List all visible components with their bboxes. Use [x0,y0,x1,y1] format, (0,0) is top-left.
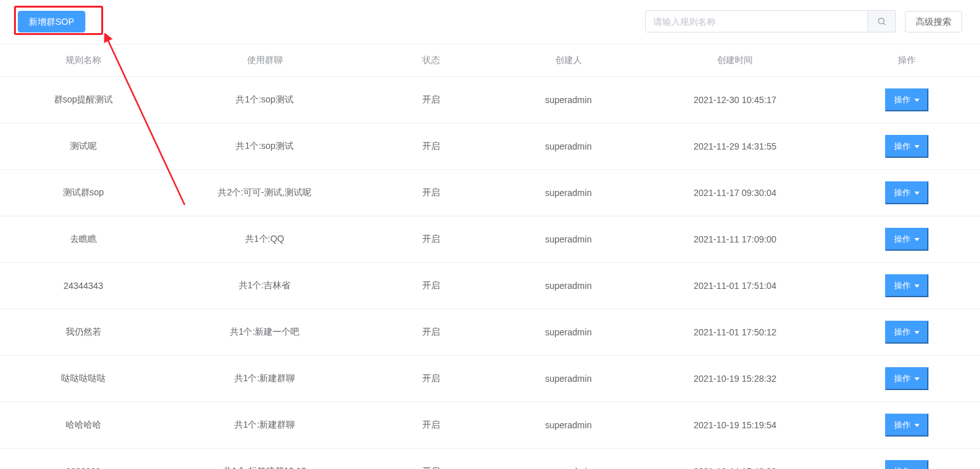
cell-creator: superadmin [500,356,637,402]
row-action-button[interactable]: 操作 [885,135,928,158]
cell-time: 2021-12-30 10:45:17 [637,77,833,123]
cell-creator: superadmin [500,77,637,123]
advanced-search-button[interactable]: 高级搜索 [905,11,962,32]
cell-group: 共1个:吉林省 [167,263,363,309]
row-action-label: 操作 [894,327,911,337]
chevron-down-icon [914,377,920,381]
cell-name: 24344343 [0,263,167,309]
cell-group: 共1个:新建群聊 [167,402,363,449]
col-header-time: 创建时间 [637,45,833,77]
cell-action: 操作 [833,356,980,402]
col-header-name: 规则名称 [0,45,167,77]
cell-name: 我仍然若 [0,309,167,356]
cell-status: 开启 [362,309,499,356]
cell-time: 2021-11-11 17:09:00 [637,216,833,263]
table-row: 测试群sop共2个:可可-测试,测试呢开启superadmin2021-11-1… [0,170,980,216]
row-action-button[interactable]: 操作 [885,460,928,469]
table-body: 群sop提醒测试共1个:sop测试开启superadmin2021-12-30 … [0,77,980,470]
svg-point-1 [879,18,884,24]
cell-status: 开启 [362,402,499,449]
table-row: 我仍然若共1个:新建一个吧开启superadmin2021-11-01 17:5… [0,309,980,356]
col-header-status: 状态 [362,45,499,77]
row-action-button[interactable]: 操作 [885,414,928,437]
row-action-label: 操作 [894,188,911,197]
cell-action: 操作 [833,449,980,470]
row-action-button[interactable]: 操作 [885,228,928,251]
rules-table: 规则名称 使用群聊 状态 创建人 创建时间 操作 群sop提醒测试共1个:sop… [0,45,980,469]
add-group-sop-button[interactable]: 新增群SOP [18,11,85,32]
row-action-label: 操作 [894,466,911,469]
cell-group: 共1个:新建一个吧 [167,309,363,356]
row-action-button[interactable]: 操作 [885,274,928,297]
cell-action: 操作 [833,263,980,309]
cell-group: 共1个:QQ [167,216,363,263]
col-header-group: 使用群聊 [167,45,363,77]
cell-name: 3333333 [0,449,167,470]
cell-name: 测试群sop [0,170,167,216]
cell-status: 开启 [362,449,499,470]
table-row: 去瞧瞧共1个:QQ开启superadmin2021-11-11 17:09:00… [0,216,980,263]
cell-group: 共2个:可可-测试,测试呢 [167,170,363,216]
row-action-button[interactable]: 操作 [885,367,928,390]
row-action-button[interactable]: 操作 [885,321,928,344]
cell-creator: superadmin [500,449,637,470]
cell-group: 共1个:sop测试 [167,123,363,170]
table-row: 群sop提醒测试共1个:sop测试开启superadmin2021-12-30 … [0,77,980,123]
row-action-button[interactable]: 操作 [885,88,928,111]
table-row: 哈哈哈哈共1个:新建群聊开启superadmin2021-10-19 15:19… [0,402,980,449]
row-action-label: 操作 [894,234,911,244]
table-row: 测试呢共1个:sop测试开启superadmin2021-11-29 14:31… [0,123,980,170]
cell-time: 2021-10-14 17:43:32 [637,449,833,470]
cell-time: 2021-11-01 17:51:04 [637,263,833,309]
cell-group: 共1个:标签建群10.12 [167,449,363,470]
col-header-creator: 创建人 [500,45,637,77]
cell-action: 操作 [833,309,980,356]
cell-group: 共1个:sop测试 [167,77,363,123]
cell-action: 操作 [833,402,980,449]
cell-status: 开启 [362,356,499,402]
chevron-down-icon [914,145,920,148]
chevron-down-icon [914,424,920,427]
chevron-down-icon [914,238,920,241]
cell-action: 操作 [833,77,980,123]
cell-time: 2021-10-19 15:19:54 [637,402,833,449]
cell-creator: superadmin [500,170,637,216]
row-action-label: 操作 [894,141,911,151]
cell-time: 2021-11-29 14:31:55 [637,123,833,170]
cell-creator: superadmin [500,263,637,309]
chevron-down-icon [914,331,920,334]
cell-creator: superadmin [500,123,637,170]
row-action-label: 操作 [894,420,911,430]
cell-group: 共1个:新建群聊 [167,356,363,402]
cell-time: 2021-11-17 09:30:04 [637,170,833,216]
cell-creator: superadmin [500,216,637,263]
page-root: 新增群SOP 高级搜索 规则名称 使用群聊 状态 [0,0,980,469]
cell-status: 开启 [362,123,499,170]
search-input[interactable] [645,10,868,32]
cell-status: 开启 [362,216,499,263]
add-button-label: 新增群SOP [29,17,75,26]
cell-time: 2021-10-19 15:28:32 [637,356,833,402]
cell-name: 哈哈哈哈 [0,402,167,449]
toolbar-right: 高级搜索 [645,10,962,32]
cell-time: 2021-11-01 17:50:12 [637,309,833,356]
chevron-down-icon [914,99,920,102]
row-action-label: 操作 [894,95,911,104]
advanced-search-label: 高级搜索 [916,17,951,26]
cell-name: 测试呢 [0,123,167,170]
search-button[interactable] [868,10,896,32]
cell-status: 开启 [362,263,499,309]
search-icon [877,17,886,26]
row-action-button[interactable]: 操作 [885,181,928,204]
cell-name: 群sop提醒测试 [0,77,167,123]
cell-name: 哒哒哒哒哒 [0,356,167,402]
cell-status: 开启 [362,170,499,216]
cell-creator: superadmin [500,402,637,449]
cell-name: 去瞧瞧 [0,216,167,263]
toolbar: 新增群SOP 高级搜索 [0,0,980,45]
cell-creator: superadmin [500,309,637,356]
cell-action: 操作 [833,216,980,263]
cell-action: 操作 [833,123,980,170]
table-row: 24344343共1个:吉林省开启superadmin2021-11-01 17… [0,263,980,309]
row-action-label: 操作 [894,374,911,383]
